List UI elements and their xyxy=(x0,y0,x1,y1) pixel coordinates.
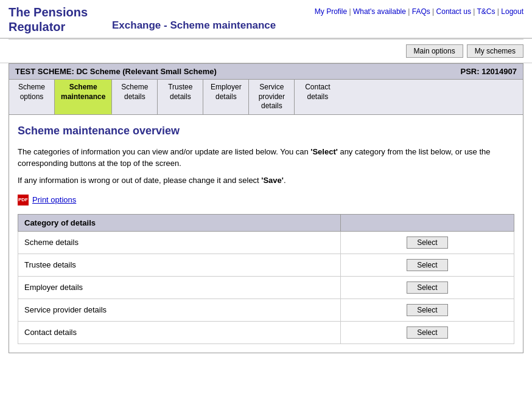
scheme-header: TEST SCHEME: DC Scheme (Relevant Small S… xyxy=(9,63,523,79)
select-cell: Select xyxy=(340,254,514,276)
tab-trustee-details[interactable]: Trusteedetails xyxy=(158,80,203,114)
print-options-link[interactable]: Print options xyxy=(32,195,76,204)
scheme-name: TEST SCHEME: DC Scheme (Relevant Small S… xyxy=(15,67,217,76)
select-cell: Select xyxy=(340,231,514,254)
tab-contact-details[interactable]: Contactdetails xyxy=(295,80,340,114)
category-cell: Service provider details xyxy=(18,299,341,321)
intro-text: The categories of information you can vi… xyxy=(18,146,514,170)
select-cell: Select xyxy=(340,321,514,343)
tcs-link[interactable]: T&Cs xyxy=(477,7,495,16)
top-nav: My Profile | What's available | FAQs | C… xyxy=(315,5,523,16)
tab-service-provider-details[interactable]: Serviceproviderdetails xyxy=(249,80,295,114)
contact-us-link[interactable]: Contact us xyxy=(436,7,471,16)
table-row: Trustee detailsSelect xyxy=(18,254,514,276)
category-cell: Scheme details xyxy=(18,231,341,254)
whats-available-link[interactable]: What's available xyxy=(353,7,406,16)
select-button-trustee-details[interactable]: Select xyxy=(407,259,447,271)
tab-scheme-maintenance[interactable]: Schememaintenance xyxy=(55,80,112,114)
pdf-icon: PDF xyxy=(18,195,29,205)
category-cell: Employer details xyxy=(18,276,341,299)
content-area: Scheme maintenance overview The categori… xyxy=(9,114,523,353)
select-cell: Select xyxy=(340,276,514,299)
logout-link[interactable]: Logout xyxy=(501,7,523,16)
table-row: Contact detailsSelect xyxy=(18,321,514,343)
category-cell: Trustee details xyxy=(18,254,341,276)
select-cell: Select xyxy=(340,299,514,321)
details-table: Category of details Scheme detailsSelect… xyxy=(18,214,514,344)
my-schemes-button[interactable]: My schemes xyxy=(467,44,523,58)
print-options[interactable]: PDF Print options xyxy=(18,195,514,205)
content-title: Scheme maintenance overview xyxy=(18,125,514,137)
logo: The Pensions Regulator xyxy=(9,5,106,34)
save-note: If any information is wrong or out of da… xyxy=(18,176,514,185)
table-header-action xyxy=(340,214,514,231)
select-button-service-provider-details[interactable]: Select xyxy=(407,304,447,316)
action-bar: Main options My schemes xyxy=(0,40,532,63)
my-profile-link[interactable]: My Profile xyxy=(315,7,347,16)
select-button-employer-details[interactable]: Select xyxy=(407,281,447,294)
psr: PSR: 12014907 xyxy=(460,67,517,76)
select-button-contact-details[interactable]: Select xyxy=(407,326,447,339)
table-row: Service provider detailsSelect xyxy=(18,299,514,321)
table-row: Employer detailsSelect xyxy=(18,276,514,299)
tab-employer-details[interactable]: Employerdetails xyxy=(203,80,249,114)
faqs-link[interactable]: FAQs xyxy=(412,7,430,16)
tab-scheme-details[interactable]: Schemedetails xyxy=(112,80,158,114)
tab-scheme-options[interactable]: Schemeoptions xyxy=(9,80,55,114)
select-button-scheme-details[interactable]: Select xyxy=(407,236,447,249)
category-cell: Contact details xyxy=(18,321,341,343)
table-row: Scheme detailsSelect xyxy=(18,231,514,254)
tabs: Schemeoptions Schememaintenance Schemede… xyxy=(9,79,523,114)
page-title: Exchange - Scheme maintenance xyxy=(112,19,276,32)
main-options-button[interactable]: Main options xyxy=(406,44,463,58)
table-header-category: Category of details xyxy=(18,214,341,231)
